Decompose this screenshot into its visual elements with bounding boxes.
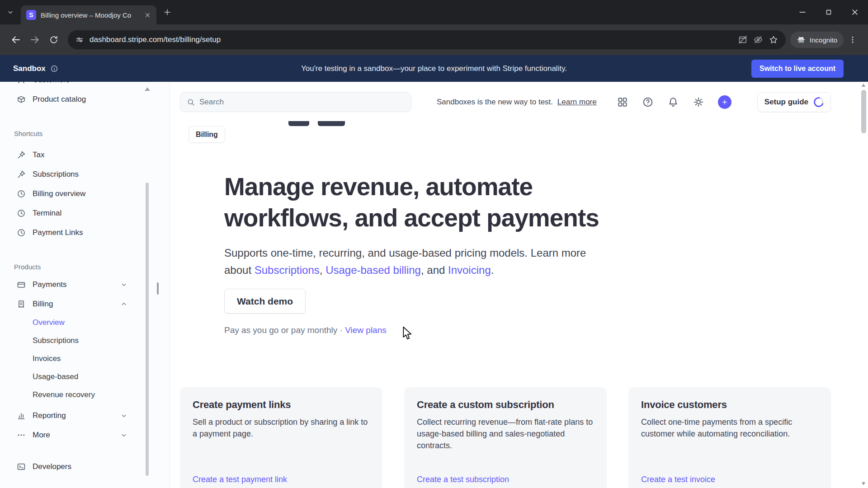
setup-guide-label: Setup guide bbox=[764, 98, 808, 107]
clock-icon bbox=[17, 209, 26, 218]
sidebar-item-terminal[interactable]: Terminal bbox=[0, 203, 170, 223]
sidebar-item-product-catalog[interactable]: Product catalog bbox=[0, 89, 170, 109]
sidebar-item-customers[interactable]: Customers bbox=[0, 82, 170, 89]
settings-gear-icon[interactable] bbox=[693, 96, 704, 108]
browser-menu-button[interactable] bbox=[844, 35, 862, 44]
subscriptions-link[interactable]: Subscriptions bbox=[255, 264, 320, 276]
apps-grid-icon[interactable] bbox=[617, 96, 628, 108]
plans-text: Pay as you go or pay monthly bbox=[224, 325, 337, 335]
card-title: Create payment links bbox=[193, 399, 370, 411]
sidebar-item-billing-invoices[interactable]: Invoices bbox=[0, 350, 170, 368]
sidebar-item-label: Developers bbox=[33, 462, 71, 471]
sidebar-item-developers[interactable]: Developers bbox=[0, 457, 170, 476]
card-body: Sell a product or subscription by sharin… bbox=[193, 416, 370, 440]
page-title: Manage revenue, automate workflows, and … bbox=[224, 171, 831, 234]
sidebar-item-label: Tax bbox=[33, 150, 44, 160]
sidebar-item-payments[interactable]: Payments bbox=[0, 275, 170, 294]
create-plus-button[interactable] bbox=[718, 95, 731, 109]
sidebar-item-billing-overview[interactable]: Overview bbox=[0, 314, 170, 332]
app-area: Customers Product catalog Shortcuts Tax … bbox=[0, 82, 868, 488]
main-scrollbar[interactable] bbox=[861, 82, 866, 488]
sidebar-item-billing-revenue-recovery[interactable]: Revenue recovery bbox=[0, 386, 170, 404]
bookmark-star-icon[interactable] bbox=[769, 35, 778, 45]
sidebar: Customers Product catalog Shortcuts Tax … bbox=[0, 82, 170, 488]
new-tab-button[interactable] bbox=[163, 8, 172, 17]
tab-search-button[interactable] bbox=[0, 8, 21, 16]
chevron-down-icon bbox=[120, 281, 128, 289]
site-controls-icon[interactable] bbox=[75, 35, 84, 44]
tab-close-icon[interactable] bbox=[144, 12, 151, 19]
chevron-down-icon bbox=[6, 8, 14, 16]
card-body: Collect recurring revenue—from flat-rate… bbox=[417, 416, 594, 451]
window-blocked-icon[interactable] bbox=[738, 35, 748, 45]
stripe-favicon: S bbox=[26, 10, 36, 20]
box-icon bbox=[17, 95, 26, 104]
search-box[interactable] bbox=[180, 92, 411, 112]
progress-spinner-icon bbox=[812, 95, 826, 109]
maximize-button[interactable] bbox=[816, 0, 842, 24]
create-test-invoice-link[interactable]: Create a test invoice bbox=[641, 475, 818, 484]
forward-button[interactable] bbox=[25, 30, 44, 49]
help-icon[interactable] bbox=[642, 96, 654, 108]
topbar-icons bbox=[617, 95, 731, 109]
sidebar-item-billing-usage-based[interactable]: Usage-based bbox=[0, 368, 170, 386]
minimize-button[interactable] bbox=[789, 0, 816, 24]
info-icon[interactable] bbox=[50, 65, 58, 73]
sidebar-item-billing-overview-shortcut[interactable]: Billing overview bbox=[0, 184, 170, 203]
sidebar-item-reporting[interactable]: Reporting bbox=[0, 406, 170, 425]
watch-demo-button[interactable]: Watch demo bbox=[224, 289, 306, 314]
screen: S Billing overview – Moodjoy Co bbox=[0, 0, 868, 488]
sidebar-item-label: Billing overview bbox=[33, 189, 85, 198]
sandbox-label: Sandbox bbox=[13, 64, 46, 73]
sidebar-resize-handle[interactable] bbox=[157, 282, 159, 295]
create-test-payment-link[interactable]: Create a test payment link bbox=[193, 475, 370, 484]
sidebar-item-label: More bbox=[33, 431, 50, 440]
search-input[interactable] bbox=[199, 98, 405, 107]
sidebar-item-billing-subscriptions[interactable]: Subscriptions bbox=[0, 332, 170, 350]
payments-card-icon bbox=[17, 280, 26, 289]
scrollbar-up-arrow[interactable] bbox=[862, 84, 865, 87]
billing-page-chip[interactable]: Billing bbox=[189, 126, 225, 143]
learn-more-link[interactable]: Learn more bbox=[557, 98, 597, 106]
plus-icon bbox=[721, 98, 729, 106]
sidebar-item-label: Customers bbox=[33, 82, 70, 84]
card-create-custom-subscription: Create a custom subscription Collect rec… bbox=[404, 387, 607, 488]
reload-button[interactable] bbox=[44, 30, 63, 49]
browser-tab[interactable]: S Billing overview – Moodjoy Co bbox=[21, 5, 156, 24]
card-title: Invoice customers bbox=[641, 399, 818, 411]
close-button[interactable] bbox=[842, 0, 868, 24]
card-invoice-customers: Invoice customers Collect one-time payme… bbox=[628, 387, 831, 488]
view-plans-link[interactable]: View plans bbox=[345, 325, 387, 335]
sidebar-item-more[interactable]: More bbox=[0, 425, 170, 445]
sidebar-scrollbar-up-arrow[interactable] bbox=[145, 87, 150, 91]
sidebar-item-label: Payment Links bbox=[33, 228, 83, 237]
sandbox-banner-left: Sandbox bbox=[13, 64, 58, 73]
sidebar-item-label: Reporting bbox=[33, 411, 66, 420]
notifications-bell-icon[interactable] bbox=[667, 96, 679, 108]
clock-icon bbox=[17, 189, 26, 198]
eye-off-icon[interactable] bbox=[753, 35, 763, 45]
browser-navbar: dashboard.stripe.com/test/billing/setup … bbox=[0, 24, 868, 55]
description-line-2: about Subscriptions, Usage-based billing… bbox=[224, 262, 831, 279]
setup-guide-button[interactable]: Setup guide bbox=[757, 92, 831, 112]
sidebar-item-billing[interactable]: Billing bbox=[0, 294, 170, 314]
chevron-down-icon bbox=[120, 412, 128, 420]
card-title: Create a custom subscription bbox=[417, 399, 594, 411]
terminal-code-icon bbox=[17, 462, 26, 471]
sidebar-item-subscriptions-shortcut[interactable]: Subscriptions bbox=[0, 164, 170, 184]
pin-icon bbox=[17, 150, 26, 160]
omnibox[interactable]: dashboard.stripe.com/test/billing/setup bbox=[68, 30, 786, 49]
bar-chart-icon bbox=[17, 411, 26, 420]
create-test-subscription-link[interactable]: Create a test subscription bbox=[417, 475, 594, 484]
card-body: Collect one-time payments from a specifi… bbox=[641, 416, 818, 440]
switch-to-live-button[interactable]: Switch to live account bbox=[751, 60, 844, 78]
sidebar-item-tax[interactable]: Tax bbox=[0, 145, 170, 164]
invoicing-link[interactable]: Invoicing bbox=[448, 264, 491, 276]
sidebar-scrollbar[interactable] bbox=[146, 183, 149, 476]
sidebar-item-payment-links[interactable]: Payment Links bbox=[0, 223, 170, 242]
scrollbar-thumb[interactable] bbox=[861, 90, 866, 133]
usage-based-billing-link[interactable]: Usage-based billing bbox=[326, 264, 421, 276]
main-content: Sandboxes is the new way to test. Learn … bbox=[170, 82, 868, 488]
back-button[interactable] bbox=[6, 30, 25, 49]
scrollbar-down-arrow[interactable] bbox=[862, 482, 865, 485]
